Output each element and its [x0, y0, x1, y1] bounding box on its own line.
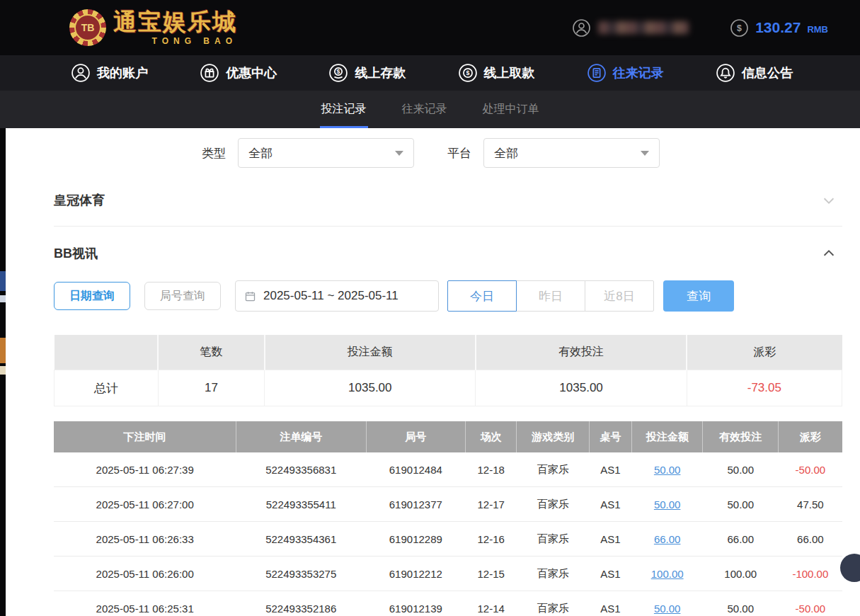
nav-label: 往来记录 — [613, 64, 664, 81]
nav-item-withdraw[interactable]: $ 线上取款 — [458, 63, 535, 83]
brand-text: 通宝娱乐城 TONG BAO — [113, 10, 237, 46]
bb-live-title: BB视讯 — [54, 245, 98, 262]
col-session: 场次 — [466, 421, 517, 452]
brand-name-en: TONG BAO — [152, 36, 237, 46]
cell-bet-time: 2025-05-11 06:25:31 — [54, 591, 236, 616]
balance-display[interactable]: $ 130.27 RMB — [730, 18, 828, 38]
topbar-right: $ 130.27 RMB — [572, 18, 828, 38]
sub-nav: 投注记录 往来记录 处理中订单 — [0, 91, 860, 128]
nav-item-my-account[interactable]: 我的账户 — [71, 63, 148, 83]
nav-item-announcements[interactable]: 信息公告 — [716, 63, 793, 83]
summary-header-valid-bet: 有效投注 — [476, 335, 687, 370]
section-bb-live[interactable]: BB视讯 — [54, 227, 842, 263]
cell-bet-id: 522493353275 — [236, 557, 366, 591]
cell-bet-id: 522493356831 — [236, 452, 366, 487]
username-redacted — [598, 21, 689, 34]
cell-round: 619012289 — [366, 522, 465, 557]
section-crown-sports[interactable]: 皇冠体育 — [54, 173, 842, 227]
summary-header-payout: 派彩 — [687, 335, 842, 370]
chip-monogram: TB — [74, 14, 101, 41]
col-round: 局号 — [366, 421, 465, 452]
bet-table-header-row: 下注时间 注单编号 局号 场次 游戏类别 桌号 投注金额 有效投注 派彩 — [54, 421, 842, 452]
bet-amount-link[interactable]: 50.00 — [654, 464, 681, 476]
today-button[interactable]: 今日 — [447, 280, 517, 312]
chevron-down-icon[interactable] — [821, 193, 837, 208]
col-bet-time: 下注时间 — [54, 421, 236, 452]
cell-payout: -100.00 — [779, 557, 842, 591]
nav-label: 线上取款 — [484, 64, 535, 81]
search-button[interactable]: 查询 — [663, 280, 734, 312]
user-account[interactable] — [572, 18, 689, 38]
cell-session: 12-17 — [466, 487, 517, 522]
last-8-days-button[interactable]: 近8日 — [585, 280, 654, 312]
summary-total-label: 总计 — [55, 370, 159, 406]
brand-logo[interactable]: TB 通宝娱乐城 TONG BAO — [69, 9, 237, 46]
tab-transaction-records[interactable]: 往来记录 — [401, 91, 449, 128]
col-game-type: 游戏类别 — [517, 421, 589, 452]
nav-label: 线上存款 — [355, 64, 406, 81]
type-select-value: 全部 — [248, 145, 273, 161]
chevron-up-icon[interactable] — [821, 246, 837, 261]
yesterday-button[interactable]: 昨日 — [516, 280, 585, 312]
cell-table-no: AS1 — [589, 557, 631, 591]
cell-game-type: 百家乐 — [517, 557, 589, 591]
cell-valid-bet: 66.00 — [703, 522, 779, 557]
balance-currency: RMB — [807, 24, 828, 35]
announcement-icon — [716, 63, 735, 83]
bet-amount-link[interactable]: 66.00 — [654, 533, 681, 545]
table-row: 2025-05-11 06:26:00522493353275619012212… — [54, 557, 842, 591]
cell-session: 12-18 — [466, 452, 517, 487]
calendar-icon — [244, 290, 256, 302]
date-query-button[interactable]: 日期查询 — [54, 282, 130, 310]
tab-bet-records[interactable]: 投注记录 — [320, 91, 368, 128]
chevron-down-icon — [395, 151, 403, 156]
cell-game-type: 百家乐 — [517, 487, 589, 522]
bet-amount-link[interactable]: 50.00 — [654, 498, 681, 511]
cell-payout: 66.00 — [779, 522, 842, 557]
withdraw-icon: $ — [458, 63, 478, 83]
round-query-button[interactable]: 局号查询 — [144, 282, 221, 310]
table-row: 2025-05-11 06:27:00522493355411619012377… — [54, 487, 842, 522]
nav-item-deposit[interactable]: $ 线上存款 — [328, 63, 406, 83]
cell-payout: 47.50 — [779, 487, 842, 522]
platform-select[interactable]: 全部 — [483, 138, 660, 168]
cell-table-no: AS1 — [589, 591, 631, 616]
cell-round: 619012377 — [366, 487, 465, 522]
cell-payout: -50.00 — [779, 591, 842, 616]
bet-amount-link[interactable]: 100.00 — [651, 568, 684, 580]
summary-count: 17 — [158, 370, 264, 406]
cell-game-type: 百家乐 — [517, 522, 589, 557]
platform-select-value: 全部 — [494, 145, 518, 161]
date-range-input[interactable]: 2025-05-11 ~ 2025-05-11 — [235, 280, 439, 312]
deposit-icon: $ — [328, 63, 348, 83]
table-row: 2025-05-11 06:26:33522493354361619012289… — [54, 522, 842, 557]
bet-amount-link[interactable]: 50.00 — [654, 603, 681, 615]
summary-header-row: 笔数 投注金额 有效投注 派彩 — [55, 335, 842, 370]
cell-table-no: AS1 — [589, 452, 631, 487]
col-table-no: 桌号 — [589, 421, 631, 452]
type-select[interactable]: 全部 — [238, 138, 414, 168]
date-shortcut-group: 今日 昨日 近8日 — [447, 280, 654, 312]
nav-item-records[interactable]: 往来记录 — [587, 63, 664, 83]
cell-bet-amount: 50.00 — [632, 591, 703, 616]
records-icon — [587, 63, 607, 83]
platform-filter-label: 平台 — [447, 145, 471, 161]
cell-round: 619012484 — [366, 452, 465, 487]
cell-table-no: AS1 — [589, 487, 631, 522]
tab-pending-orders[interactable]: 处理中订单 — [481, 91, 541, 128]
summary-header-empty — [55, 335, 159, 370]
nav-item-promotions[interactable]: 优惠中心 — [200, 63, 277, 83]
cell-bet-time: 2025-05-11 06:26:33 — [54, 522, 236, 557]
user-circle-icon — [572, 18, 591, 38]
bet-records-table: 下注时间 注单编号 局号 场次 游戏类别 桌号 投注金额 有效投注 派彩 202… — [54, 421, 842, 616]
svg-text:$: $ — [466, 69, 469, 76]
brand-name-cn: 通宝娱乐城 — [113, 10, 237, 33]
cell-valid-bet: 50.00 — [703, 487, 779, 522]
col-bet-amount: 投注金额 — [632, 421, 703, 452]
top-bar: TB 通宝娱乐城 TONG BAO $ 130.27 RMB — [0, 0, 860, 55]
table-row: 2025-05-11 06:27:39522493356831619012484… — [54, 452, 842, 487]
cell-game-type: 百家乐 — [517, 452, 589, 487]
cell-bet-id: 522493354361 — [236, 522, 366, 557]
main-nav: 我的账户 优惠中心 $ 线上存款 $ 线上取款 往来记录 信息公告 — [0, 55, 860, 91]
user-icon — [71, 63, 91, 83]
